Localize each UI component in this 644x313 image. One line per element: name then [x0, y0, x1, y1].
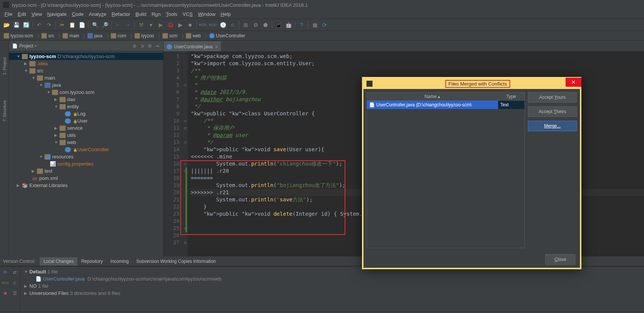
tree-resources[interactable]: ▼resources: [9, 153, 163, 160]
project-dropdown-icon[interactable]: ▾: [35, 44, 37, 48]
vc-refresh-icon[interactable]: ⟳: [1, 267, 10, 277]
redo-icon[interactable]: ↷: [45, 21, 53, 29]
col-type-header[interactable]: Type: [498, 92, 524, 100]
menu-window[interactable]: Window: [196, 11, 218, 18]
tool1-icon[interactable]: ▦: [311, 21, 319, 29]
menu-help[interactable]: Help: [218, 11, 233, 18]
dialog-close-button[interactable]: ✕: [566, 78, 581, 87]
crumb-java[interactable]: java: [86, 32, 105, 39]
menu-tools[interactable]: Tools: [164, 11, 179, 18]
vcs-history-icon[interactable]: 🕓: [219, 21, 227, 29]
debug-icon[interactable]: 🐞: [166, 21, 175, 29]
accept-theirs-button[interactable]: Accept Theirs: [528, 106, 577, 117]
editor-tab-usercontroller[interactable]: UserController.java ×: [164, 41, 221, 51]
save-icon[interactable]: 💾: [12, 21, 20, 29]
gear-icon[interactable]: ⚙: [147, 43, 153, 49]
paste-icon[interactable]: 📄: [78, 21, 86, 29]
menu-edit[interactable]: Edit: [15, 11, 28, 18]
conflict-file-row[interactable]: 📄UserController.java (D:\chiangchou\lyyz…: [367, 101, 524, 109]
crumb-main[interactable]: main: [61, 32, 81, 39]
tree-external-libs[interactable]: ▶📚External Libraries: [9, 182, 163, 189]
menu-file[interactable]: File: [2, 11, 15, 18]
vcs-update-icon[interactable]: VCS↓: [199, 21, 207, 29]
structure-icon[interactable]: ⊞: [242, 21, 250, 29]
tree-usercontroller[interactable]: UserController: [9, 146, 163, 153]
find-icon[interactable]: 🔍: [91, 21, 99, 29]
crumb-web[interactable]: web: [184, 32, 203, 39]
menu-code[interactable]: Code: [70, 11, 86, 18]
replace-icon[interactable]: 🔎: [101, 21, 109, 29]
close-button[interactable]: Close: [545, 254, 575, 265]
close-tab-icon[interactable]: ×: [215, 44, 218, 50]
menu-refactor[interactable]: Refactor: [109, 11, 132, 18]
tree-utils[interactable]: ▶utils: [9, 132, 163, 139]
crumb-lyyzoo[interactable]: lyyzoo: [133, 32, 156, 39]
tree-java[interactable]: ▼java: [9, 81, 163, 89]
vc-tab-incoming[interactable]: Incoming: [107, 257, 133, 265]
col-name-header[interactable]: Name ▴: [367, 92, 498, 100]
crumb-scm[interactable]: scm: [161, 32, 180, 39]
vc-no-changelist[interactable]: ▶NO 1 file: [20, 282, 644, 290]
collapse-icon[interactable]: ⇲: [139, 43, 145, 49]
forward-icon[interactable]: →: [124, 21, 132, 29]
menu-view[interactable]: View: [29, 11, 44, 18]
vcs-revert-icon[interactable]: ⎌: [228, 21, 237, 29]
menu-analyze[interactable]: Analyze: [87, 11, 109, 18]
side-tab-structure[interactable]: 7: Structure: [2, 99, 8, 123]
menu-navigate[interactable]: Navigate: [45, 11, 69, 18]
vc-commit-icon[interactable]: VCS: [1, 278, 10, 288]
sdk-icon[interactable]: ⬢: [261, 21, 270, 29]
side-tab-project[interactable]: 1: Project: [2, 56, 8, 76]
tree-test[interactable]: ▶test: [9, 167, 163, 175]
crumb-root[interactable]: lyyzoo-scm: [2, 32, 35, 39]
merge-button[interactable]: Merge...: [528, 121, 577, 131]
tree-main[interactable]: ▼main: [9, 74, 163, 81]
vcs-commit-icon[interactable]: VCS↑: [209, 21, 217, 29]
tree-src[interactable]: ▼src: [9, 67, 163, 74]
menu-vcs[interactable]: VCS: [180, 11, 195, 18]
tree-root[interactable]: ▼lyyzoo-scm D:\chiangchou\lyyzoo-scm: [9, 53, 163, 60]
tool2-icon[interactable]: ⟳: [320, 21, 329, 29]
open-icon[interactable]: 📂: [2, 21, 11, 29]
vc-changed-file[interactable]: 📄UserController.java D:\chiangchou\lyyzo…: [20, 275, 644, 282]
crumb-class[interactable]: UserController: [208, 32, 247, 39]
tree-entity[interactable]: ▼entity: [9, 103, 163, 110]
vc-tab-svn-info[interactable]: Subversion Working Copies Information: [133, 257, 220, 265]
tree-config[interactable]: 📊config.properties: [9, 160, 163, 167]
menu-run[interactable]: Run: [149, 11, 163, 18]
build-icon[interactable]: ⚒: [137, 21, 145, 29]
copy-icon[interactable]: 📋: [68, 21, 76, 29]
tree-log[interactable]: Log: [9, 110, 163, 117]
tree-user[interactable]: User: [9, 117, 163, 124]
tree-pom[interactable]: mpom.xml: [9, 175, 163, 182]
coverage-icon[interactable]: ▶: [176, 21, 184, 29]
tree-package[interactable]: ▼com.lyyzoo.scm: [9, 89, 163, 96]
cut-icon[interactable]: ✂: [58, 21, 66, 29]
vc-tab-local[interactable]: Local Changes: [40, 257, 77, 265]
vc-diff-icon[interactable]: ⇄: [11, 267, 20, 277]
locate-icon[interactable]: ⊕: [132, 43, 138, 49]
android-icon[interactable]: 🤖: [284, 21, 293, 29]
back-icon[interactable]: ←: [114, 21, 122, 29]
avd-icon[interactable]: 📱: [274, 21, 283, 29]
tree-service[interactable]: ▶service: [9, 124, 163, 132]
crumb-com[interactable]: com: [109, 32, 129, 39]
stop-icon[interactable]: ■: [186, 21, 194, 29]
vc-unversioned[interactable]: ▶Unversioned Files 3 directories and 8 f…: [20, 290, 644, 297]
help-icon[interactable]: ?: [297, 21, 306, 29]
tree-web[interactable]: ▼web: [9, 139, 163, 146]
vc-revert-icon[interactable]: ⎌: [11, 278, 20, 288]
hide-icon[interactable]: ⇥: [154, 43, 160, 49]
run-icon[interactable]: ▶: [156, 21, 165, 29]
sync-icon[interactable]: 🔄: [22, 21, 30, 29]
tree-idea[interactable]: ▶.idea: [9, 60, 163, 67]
menu-build[interactable]: Build: [133, 11, 149, 18]
vc-more-icon[interactable]: ☰: [11, 288, 20, 298]
undo-icon[interactable]: ↶: [35, 21, 43, 29]
tree-dao[interactable]: ▶dao: [9, 96, 163, 103]
run-config-icon[interactable]: ▾: [147, 21, 155, 29]
vc-tab-repository[interactable]: Repository: [77, 257, 106, 265]
crumb-src[interactable]: src: [40, 32, 57, 39]
settings-icon[interactable]: ⚙: [251, 21, 260, 29]
vc-delete-icon[interactable]: ✖: [1, 288, 10, 298]
